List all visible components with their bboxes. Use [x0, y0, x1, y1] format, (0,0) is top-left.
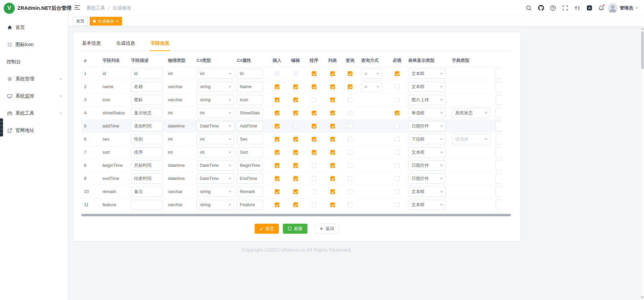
trailing-input[interactable]: [496, 69, 502, 79]
required-checkbox[interactable]: [395, 84, 399, 89]
required-checkbox[interactable]: [395, 150, 399, 155]
csharp-type-select[interactable]: int: [197, 108, 234, 118]
csharp-type-select[interactable]: DateTime: [197, 121, 234, 131]
csharp-property-input[interactable]: [237, 95, 263, 105]
edit-checkbox[interactable]: [293, 98, 298, 102]
required-checkbox[interactable]: [395, 124, 399, 128]
view-tag[interactable]: 生成修改×: [90, 17, 122, 26]
description-input[interactable]: [131, 121, 163, 131]
form-display-type-select[interactable]: 文本框: [408, 187, 446, 197]
list-checkbox[interactable]: [330, 124, 335, 128]
description-input[interactable]: [131, 187, 163, 197]
list-checkbox[interactable]: [330, 163, 335, 168]
description-input[interactable]: [131, 200, 163, 210]
edit-checkbox[interactable]: [293, 176, 298, 181]
fullscreen-button[interactable]: [560, 3, 570, 13]
form-display-type-select[interactable]: 文本框: [408, 200, 446, 210]
query-checkbox[interactable]: [348, 150, 352, 155]
sidebar-item-system-monitor[interactable]: 系统监控: [0, 87, 68, 105]
trailing-input[interactable]: [496, 82, 502, 92]
insert-checkbox[interactable]: [275, 71, 280, 76]
close-icon[interactable]: ×: [116, 19, 119, 24]
query-checkbox[interactable]: [348, 137, 352, 142]
query-checkbox[interactable]: [348, 202, 352, 207]
csharp-property-input[interactable]: [237, 147, 263, 157]
description-input[interactable]: [131, 147, 163, 157]
dict-type-select[interactable]: 系统状态: [452, 108, 490, 118]
sort-checkbox[interactable]: [312, 202, 316, 207]
description-input[interactable]: [131, 82, 163, 92]
breadcrumb-item[interactable]: 系统工具: [86, 5, 105, 11]
sidebar-toggle-button[interactable]: [73, 4, 82, 12]
sort-checkbox[interactable]: [312, 163, 316, 168]
edit-checkbox[interactable]: [293, 163, 298, 168]
edit-checkbox[interactable]: [293, 202, 298, 207]
edit-checkbox[interactable]: [293, 111, 298, 115]
insert-checkbox[interactable]: [275, 189, 280, 194]
sort-checkbox[interactable]: [312, 111, 316, 115]
list-checkbox[interactable]: [330, 71, 335, 76]
csharp-property-input[interactable]: [237, 82, 263, 92]
help-button[interactable]: ?: [548, 3, 558, 13]
list-checkbox[interactable]: [330, 150, 335, 155]
scroll-down-button[interactable]: [641, 295, 644, 300]
insert-checkbox[interactable]: [275, 98, 280, 102]
sort-checkbox[interactable]: [312, 84, 316, 89]
sort-checkbox[interactable]: [312, 189, 316, 194]
description-input[interactable]: [131, 134, 163, 144]
sort-checkbox[interactable]: [312, 150, 316, 155]
trailing-input[interactable]: [496, 134, 502, 144]
view-tag[interactable]: 首页: [73, 17, 88, 26]
csharp-type-select[interactable]: DateTime: [197, 174, 234, 184]
csharp-type-select[interactable]: DateTime: [197, 160, 234, 171]
insert-checkbox[interactable]: [275, 111, 280, 115]
required-checkbox[interactable]: [395, 98, 399, 102]
query-checkbox[interactable]: [348, 176, 352, 181]
edit-checkbox[interactable]: [293, 71, 298, 76]
required-checkbox[interactable]: [395, 202, 399, 207]
form-display-type-select[interactable]: 下拉框: [408, 134, 446, 144]
query-checkbox[interactable]: [348, 163, 352, 168]
notifications-button[interactable]: [596, 3, 606, 13]
query-checkbox[interactable]: [348, 189, 352, 194]
description-input[interactable]: [131, 95, 163, 105]
required-checkbox[interactable]: [395, 176, 399, 181]
tab-生成信息[interactable]: 生成信息: [116, 39, 136, 51]
required-checkbox[interactable]: [395, 137, 399, 142]
insert-checkbox[interactable]: [275, 150, 280, 155]
list-checkbox[interactable]: [330, 176, 335, 181]
query-method-select[interactable]: =: [361, 69, 382, 79]
list-checkbox[interactable]: [330, 202, 335, 207]
scrollbar-thumb[interactable]: [641, 31, 644, 69]
csharp-property-input[interactable]: [237, 134, 263, 144]
sort-checkbox[interactable]: [312, 124, 316, 128]
tab-字段信息[interactable]: 字段信息: [150, 39, 170, 51]
form-display-type-select[interactable]: 文本框: [408, 82, 446, 92]
trailing-input[interactable]: [496, 147, 502, 157]
insert-checkbox[interactable]: [275, 84, 280, 89]
form-display-type-select[interactable]: 文本框: [408, 147, 446, 157]
csharp-type-select[interactable]: int: [197, 69, 234, 79]
github-button[interactable]: [536, 3, 546, 13]
required-checkbox[interactable]: [395, 111, 399, 115]
user-menu[interactable]: 管理员: [608, 3, 641, 13]
sidebar-item-home[interactable]: 首页: [0, 19, 68, 36]
submit-button[interactable]: 提交: [255, 224, 279, 234]
query-checkbox[interactable]: [348, 111, 352, 115]
csharp-type-select[interactable]: string: [197, 187, 234, 197]
edit-checkbox[interactable]: [293, 150, 298, 155]
csharp-property-input[interactable]: [237, 69, 263, 79]
csharp-type-select[interactable]: int: [197, 147, 234, 157]
csharp-type-select[interactable]: string: [197, 82, 234, 92]
trailing-input[interactable]: [496, 174, 502, 184]
csharp-type-select[interactable]: int: [197, 134, 234, 144]
sort-checkbox[interactable]: [312, 176, 316, 181]
list-checkbox[interactable]: [330, 98, 335, 102]
query-checkbox[interactable]: [348, 124, 352, 128]
form-display-type-select[interactable]: 日期控件: [408, 160, 446, 171]
trailing-input[interactable]: [496, 200, 502, 210]
required-checkbox[interactable]: [395, 71, 399, 76]
query-checkbox[interactable]: [348, 98, 352, 102]
refresh-button[interactable]: 刷新: [283, 224, 307, 234]
list-checkbox[interactable]: [330, 111, 335, 115]
